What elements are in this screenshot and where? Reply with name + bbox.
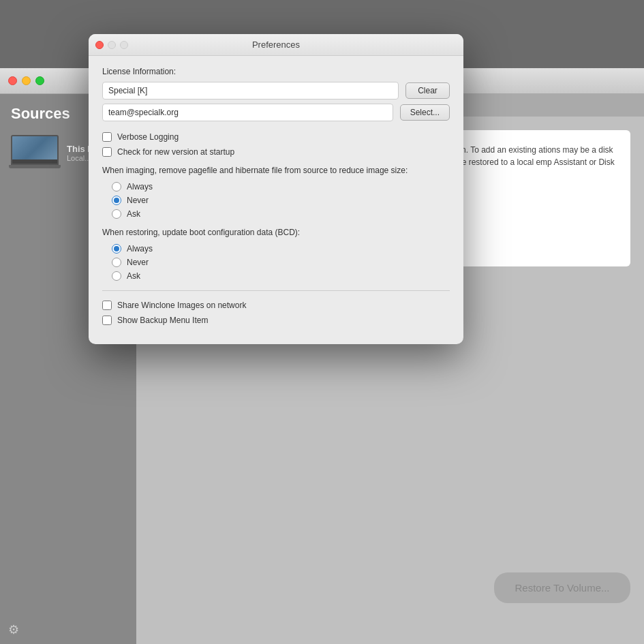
- description-text: column. To add an existing ations may be…: [440, 145, 615, 167]
- imaging-never-dot: [114, 198, 119, 203]
- minimize-button[interactable]: [22, 76, 31, 85]
- restoring-always-option[interactable]: Always: [112, 244, 450, 254]
- window-controls: [8, 76, 44, 85]
- license-email-field: team@specialk.org: [102, 104, 393, 121]
- license-name-row: Special [K] Clear: [102, 82, 450, 99]
- imaging-section-label: When imaging, remove pagefile and hibern…: [102, 165, 450, 177]
- select-button[interactable]: Select...: [400, 104, 450, 121]
- share-images-row: Share Winclone Images on network: [102, 301, 450, 310]
- dialog-titlebar: Preferences: [89, 34, 463, 56]
- dialog-controls: [95, 41, 128, 49]
- restoring-never-radio[interactable]: [112, 258, 121, 267]
- imaging-ask-option[interactable]: Ask: [112, 209, 450, 219]
- check-version-checkbox[interactable]: [102, 147, 112, 157]
- dialog-maximize-button[interactable]: [120, 41, 128, 49]
- sidebar-footer: ⚙: [0, 614, 136, 644]
- imaging-always-label: Always: [127, 182, 153, 191]
- imaging-always-radio[interactable]: [112, 182, 121, 191]
- restoring-always-radio[interactable]: [112, 244, 121, 254]
- license-section: License Information: Special [K] Clear t…: [102, 67, 450, 121]
- imaging-ask-radio[interactable]: [112, 209, 121, 219]
- verbose-logging-checkbox[interactable]: [102, 132, 112, 142]
- imaging-never-radio[interactable]: [112, 196, 121, 205]
- restoring-ask-label: Ask: [127, 271, 140, 281]
- check-version-row: Check for new version at startup: [102, 147, 450, 157]
- restoring-never-label: Never: [127, 258, 149, 267]
- imaging-ask-label: Ask: [127, 209, 140, 219]
- verbose-logging-row: Verbose Logging: [102, 132, 450, 142]
- backup-menu-label: Show Backup Menu Item: [117, 316, 208, 325]
- laptop-base: [9, 165, 61, 168]
- restoring-radio-group: Always Never Ask: [102, 244, 450, 281]
- laptop-icon: [11, 135, 59, 170]
- license-name-field: Special [K]: [102, 82, 399, 99]
- license-label: License Information:: [102, 67, 450, 76]
- gear-icon[interactable]: ⚙: [8, 622, 22, 636]
- backup-menu-checkbox[interactable]: [102, 316, 112, 325]
- restoring-section-label: When restoring, update boot configuratio…: [102, 227, 450, 239]
- close-button[interactable]: [8, 76, 17, 85]
- share-images-checkbox[interactable]: [102, 301, 112, 310]
- dialog-title: Preferences: [252, 40, 300, 50]
- backup-menu-row: Show Backup Menu Item: [102, 316, 450, 325]
- maximize-button[interactable]: [35, 76, 44, 85]
- dialog-minimize-button[interactable]: [108, 41, 116, 49]
- dialog-body: License Information: Special [K] Clear t…: [89, 56, 463, 344]
- verbose-logging-label: Verbose Logging: [117, 132, 179, 142]
- restore-to-volume-button[interactable]: Restore To Volume...: [494, 572, 630, 603]
- divider: [102, 290, 450, 291]
- imaging-never-label: Never: [127, 196, 149, 205]
- share-images-label: Share Winclone Images on network: [117, 301, 246, 310]
- restoring-never-option[interactable]: Never: [112, 258, 450, 267]
- restoring-ask-option[interactable]: Ask: [112, 271, 450, 281]
- license-email-row: team@specialk.org Select...: [102, 104, 450, 121]
- restoring-ask-radio[interactable]: [112, 271, 121, 281]
- imaging-always-option[interactable]: Always: [112, 182, 450, 191]
- clear-button[interactable]: Clear: [405, 82, 450, 99]
- restoring-always-dot: [114, 246, 119, 251]
- imaging-radio-group: Always Never Ask: [102, 182, 450, 219]
- dialog-close-button[interactable]: [95, 41, 104, 49]
- laptop-screen: [11, 135, 59, 165]
- restoring-always-label: Always: [127, 244, 153, 254]
- check-version-label: Check for new version at startup: [117, 147, 234, 157]
- preferences-dialog: Preferences License Information: Special…: [89, 34, 463, 344]
- imaging-never-option[interactable]: Never: [112, 196, 450, 205]
